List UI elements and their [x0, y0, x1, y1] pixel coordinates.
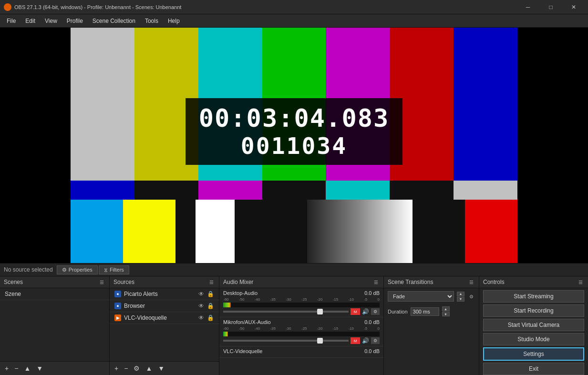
studio-mode-button[interactable]: Studio Mode	[483, 333, 584, 345]
source-item-browser[interactable]: ● Browser 👁 🔒	[110, 300, 219, 312]
scenes-list: Szene	[0, 288, 109, 361]
remove-scene-button[interactable]: −	[12, 364, 20, 373]
transition-type-row: Fade Cut Swipe Slide ▲ ▼ ⚙	[384, 288, 479, 304]
volume-icon-mic[interactable]: 🔊	[362, 337, 369, 344]
mute-button-desktop[interactable]: M	[351, 308, 360, 315]
audio-settings-mic[interactable]: ⚙	[371, 337, 380, 344]
audio-mixer-menu-icon[interactable]: ☰	[372, 278, 380, 286]
source-item-vlc[interactable]: ▶ VLC-Videoquelle 👁 🔒	[110, 312, 219, 324]
close-button[interactable]: ✕	[563, 0, 584, 14]
vlc-icon: ▶	[114, 314, 121, 321]
no-source-label: No source selected	[4, 266, 53, 273]
sources-panel: Sources ☰ ● Picarto Alerts 👁 🔒 ● Browser…	[110, 276, 219, 375]
window-title: OBS 27.1.3 (64-bit, windows) - Profile: …	[14, 4, 517, 10]
window-controls: ─ □ ✕	[517, 0, 584, 14]
audio-fader-desktop[interactable]	[223, 311, 349, 313]
sources-menu-icon[interactable]: ☰	[207, 278, 215, 286]
transition-up-btn[interactable]: ▲	[457, 292, 464, 296]
smpte-row3	[71, 200, 517, 263]
move-scene-down-button[interactable]: ▼	[34, 364, 45, 373]
duration-spin: ▲ ▼	[442, 306, 450, 316]
preview-black-right	[517, 28, 588, 263]
settings-button[interactable]: Settings	[483, 347, 584, 361]
exit-button[interactable]: Exit	[483, 363, 584, 375]
controls-panel: Controls ☰ Start Streaming Start Recordi…	[479, 276, 588, 375]
menu-item-tools[interactable]: Tools	[140, 16, 163, 26]
volume-icon-desktop[interactable]: 🔊	[362, 308, 369, 315]
browser-icon: ●	[114, 291, 121, 297]
controls-panel-header: Controls ☰	[479, 276, 588, 288]
duration-row: Duration ▲ ▼	[384, 304, 479, 318]
scenes-panel-header: Scenes ☰	[0, 276, 109, 288]
audio-meter-desktop	[223, 303, 380, 307]
remove-source-button[interactable]: −	[122, 364, 130, 373]
scenes-menu-icon[interactable]: ☰	[98, 278, 105, 286]
transitions-panel-header: Scene Transitions ☰	[384, 276, 479, 288]
sources-list: ● Picarto Alerts 👁 🔒 ● Browser 👁 🔒 ▶ VLC…	[110, 288, 219, 361]
preview-black-left	[0, 28, 71, 263]
start-streaming-button[interactable]: Start Streaming	[483, 290, 584, 303]
sources-panel-header: Sources ☰	[110, 276, 219, 288]
menu-item-profile[interactable]: Profile	[62, 16, 88, 26]
timecode-sub: 0011034	[199, 132, 390, 159]
start-recording-button[interactable]: Start Recording	[483, 304, 584, 317]
scenes-toolbar: + − ▲ ▼	[0, 361, 109, 375]
audio-track-vlc: VLC-Videoquelle 0.0 dB	[219, 346, 383, 358]
audio-mixer-header: Audio Mixer ☰	[219, 276, 383, 288]
source-item-picarto[interactable]: ● Picarto Alerts 👁 🔒	[110, 288, 219, 300]
properties-button[interactable]: ⚙ Properties	[57, 265, 98, 274]
transitions-menu-icon[interactable]: ☰	[467, 278, 475, 286]
lock-icon-vlc[interactable]: 🔒	[207, 314, 214, 321]
move-scene-up-button[interactable]: ▲	[22, 364, 32, 373]
props-filters-bar: ⚙ Properties ⧖ Filters	[57, 265, 129, 274]
menu-item-view[interactable]: View	[40, 16, 62, 26]
eye-icon-picarto[interactable]: 👁	[198, 291, 204, 297]
smpte-row2	[71, 181, 517, 200]
scene-transitions-panel: Scene Transitions ☰ Fade Cut Swipe Slide…	[384, 276, 479, 375]
maximize-button[interactable]: □	[540, 0, 561, 14]
add-scene-button[interactable]: +	[3, 364, 10, 373]
move-source-up-button[interactable]: ▲	[144, 364, 154, 373]
timecode-main: 00:03:04.083	[199, 104, 390, 132]
transition-type-select[interactable]: Fade Cut Swipe Slide	[388, 291, 454, 302]
timecode-overlay: 00:03:04.083 0011034	[186, 98, 403, 165]
duration-down-btn[interactable]: ▼	[442, 312, 450, 316]
duration-up-btn[interactable]: ▲	[442, 306, 450, 311]
minimize-button[interactable]: ─	[517, 0, 538, 14]
transition-down-btn[interactable]: ▼	[457, 297, 464, 302]
transition-settings-icon[interactable]: ⚙	[467, 293, 475, 300]
audio-mixer-panel: Audio Mixer ☰ Desktop-Audio 0.0 dB -60-5…	[219, 276, 384, 375]
lock-icon-browser[interactable]: 🔒	[207, 303, 214, 309]
audio-settings-desktop[interactable]: ⚙	[371, 308, 380, 315]
browser-icon-2: ●	[114, 303, 121, 309]
start-virtual-camera-button[interactable]: Start Virtual Camera	[483, 319, 584, 331]
menu-item-file[interactable]: File	[2, 16, 21, 26]
bottom-panels: Scenes ☰ Szene + − ▲ ▼ Sources ☰ ●	[0, 276, 588, 375]
duration-input[interactable]	[411, 307, 439, 316]
mute-button-mic[interactable]: M	[351, 337, 360, 344]
audio-meter-mic	[223, 332, 380, 336]
eye-icon-browser[interactable]: 👁	[198, 303, 204, 309]
scenes-panel: Scenes ☰ Szene + − ▲ ▼	[0, 276, 110, 375]
filters-button[interactable]: ⧖ Filters	[99, 265, 129, 274]
controls-menu-icon[interactable]: ☰	[577, 278, 584, 286]
preview-area: 00:03:04.083 0011034	[0, 28, 588, 263]
menu-item-help[interactable]: Help	[163, 16, 185, 26]
transition-spin: ▲ ▼	[457, 292, 464, 302]
audio-track-mic: Mikrofon/AUX-Audio 0.0 dB -60-50-40-35-3…	[219, 317, 383, 346]
menu-item-scene collection[interactable]: Scene Collection	[88, 16, 140, 26]
scene-item[interactable]: Szene	[0, 288, 109, 300]
menubar: FileEditViewProfileScene CollectionTools…	[0, 14, 588, 28]
eye-icon-vlc[interactable]: 👁	[198, 314, 204, 321]
move-source-down-button[interactable]: ▼	[156, 364, 166, 373]
audio-fader-mic[interactable]	[223, 340, 349, 342]
sources-toolbar: + − ⚙ ▲ ▼	[110, 361, 219, 375]
filter-icon: ⧖	[104, 267, 108, 273]
statusbar: No source selected ⚙ Properties ⧖ Filter…	[0, 263, 588, 276]
lock-icon-picarto[interactable]: 🔒	[207, 291, 214, 297]
source-settings-button[interactable]: ⚙	[132, 364, 142, 373]
app-icon	[4, 3, 11, 11]
gear-icon: ⚙	[62, 267, 67, 273]
add-source-button[interactable]: +	[113, 364, 120, 373]
menu-item-edit[interactable]: Edit	[21, 16, 40, 26]
